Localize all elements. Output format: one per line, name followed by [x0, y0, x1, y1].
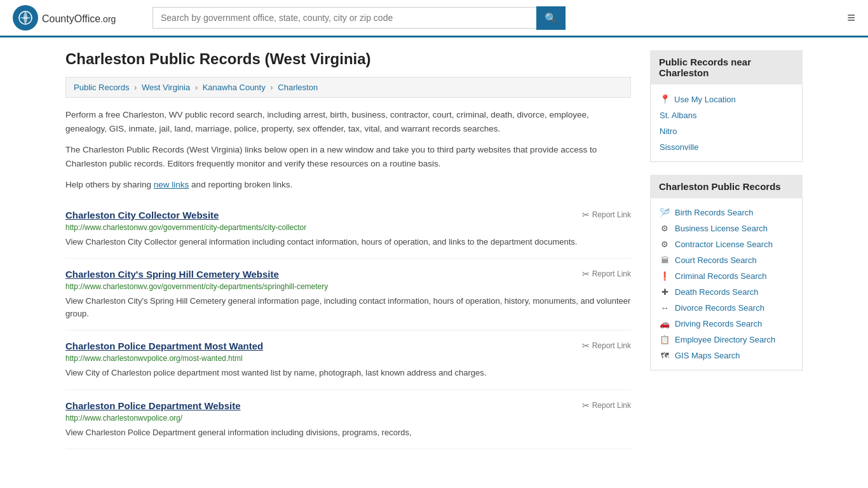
new-links-link[interactable]: new links: [154, 180, 189, 189]
content-area: Charleston Public Records (West Virginia…: [65, 50, 631, 449]
logo-area: CountyOffice.org: [13, 5, 140, 30]
report-link[interactable]: ✂ Report Link: [582, 341, 631, 351]
logo-name: CountyOffice: [42, 13, 100, 24]
contractor-icon: ⚙: [660, 240, 670, 249]
record-header: Charleston City's Spring Hill Cemetery W…: [65, 269, 631, 280]
report-icon: ✂: [582, 341, 590, 351]
driving-icon: 🚗: [660, 319, 670, 329]
report-icon: ✂: [582, 400, 590, 410]
record-title[interactable]: Charleston Police Department Website: [65, 400, 241, 411]
criminal-icon: ❗: [660, 271, 670, 281]
criminal-records-link[interactable]: ❗ Criminal Records Search: [660, 268, 793, 284]
death-icon: ✚: [660, 287, 670, 297]
record-desc: View City of Charleston police departmen…: [65, 367, 631, 379]
court-icon: 🏛: [660, 255, 670, 265]
record-desc: View Charleston City Collector general i…: [65, 236, 631, 248]
records-list: Charleston City Collector Website ✂ Repo…: [65, 200, 631, 450]
nearby-section: Public Records near Charleston 📍 Use My …: [650, 50, 803, 162]
record-url[interactable]: http://www.charlestonwv.gov/government/c…: [65, 282, 631, 291]
nearby-city-2[interactable]: Sissonville: [660, 139, 793, 155]
business-icon: ⚙: [660, 224, 670, 233]
nearby-city-0[interactable]: St. Albans: [660, 107, 793, 123]
divorce-icon: ↔: [660, 303, 670, 313]
death-records-link[interactable]: ✚ Death Records Search: [660, 284, 793, 300]
charleston-records-header: Charleston Public Records: [650, 175, 803, 198]
breadcrumb-kanawha-county[interactable]: Kanawha County: [203, 83, 266, 92]
employee-icon: 📋: [660, 335, 670, 344]
breadcrumb-charleston[interactable]: Charleston: [278, 83, 318, 92]
record-item: Charleston City's Spring Hill Cemetery W…: [65, 259, 631, 330]
charleston-records-body: 🪡 Birth Records Search ⚙ Business Licens…: [650, 198, 803, 370]
record-header: Charleston Police Department Website ✂ R…: [65, 400, 631, 411]
employee-directory-link[interactable]: 📋 Employee Directory Search: [660, 332, 793, 348]
charleston-records-section: Charleston Public Records 🪡 Birth Record…: [650, 175, 803, 370]
report-icon: ✂: [582, 210, 590, 220]
record-url[interactable]: http://www.charlestonwvpolice.org/: [65, 414, 631, 423]
court-records-link[interactable]: 🏛 Court Records Search: [660, 252, 793, 268]
nearby-body: 📍 Use My Location St. Albans Nitro Sisso…: [650, 85, 803, 162]
main-container: Charleston Public Records (West Virginia…: [53, 37, 815, 462]
record-header: Charleston Police Department Most Wanted…: [65, 341, 631, 351]
record-header: Charleston City Collector Website ✂ Repo…: [65, 210, 631, 220]
driving-records-link[interactable]: 🚗 Driving Records Search: [660, 316, 793, 332]
birth-icon: 🪡: [660, 208, 670, 217]
report-icon: ✂: [582, 269, 590, 279]
report-link[interactable]: ✂ Report Link: [582, 400, 631, 410]
page-title: Charleston Public Records (West Virginia…: [65, 50, 631, 68]
gis-icon: 🗺: [660, 351, 670, 360]
record-item: Charleston Police Department Most Wanted…: [65, 330, 631, 390]
description-3: Help others by sharing new links and rep…: [65, 178, 631, 192]
logo-text: CountyOffice.org: [42, 11, 116, 25]
record-title[interactable]: Charleston City Collector Website: [65, 210, 219, 220]
record-url[interactable]: http://www.charlestonwv.gov/government/c…: [65, 223, 631, 232]
location-pin-icon: 📍: [660, 94, 670, 104]
gis-maps-link[interactable]: 🗺 GIS Maps Search: [660, 348, 793, 363]
logo-icon: [13, 5, 38, 30]
nearby-city-1[interactable]: Nitro: [660, 123, 793, 139]
description-2: The Charleston Public Records (West Virg…: [65, 143, 631, 170]
description-1: Perform a free Charleston, WV public rec…: [65, 108, 631, 135]
breadcrumb: Public Records › West Virginia › Kanawha…: [65, 77, 631, 98]
report-link[interactable]: ✂ Report Link: [582, 269, 631, 279]
menu-button[interactable]: ≡: [847, 10, 855, 26]
record-desc: View Charleston City's Spring Hill Cemet…: [65, 295, 631, 320]
contractor-license-link[interactable]: ⚙ Contractor License Search: [660, 236, 793, 252]
search-button[interactable]: 🔍: [536, 6, 566, 30]
header-right: ≡: [841, 10, 855, 26]
birth-records-link[interactable]: 🪡 Birth Records Search: [660, 205, 793, 220]
record-item: Charleston City Collector Website ✂ Repo…: [65, 200, 631, 259]
record-item: Charleston Police Department Website ✂ R…: [65, 390, 631, 450]
sidebar: Public Records near Charleston 📍 Use My …: [650, 50, 803, 449]
divorce-records-link[interactable]: ↔ Divorce Records Search: [660, 300, 793, 316]
site-header: CountyOffice.org 🔍 ≡: [0, 0, 868, 37]
search-area: 🔍: [153, 6, 566, 30]
record-desc: View Charleston Police Department genera…: [65, 426, 631, 439]
record-title[interactable]: Charleston City's Spring Hill Cemetery W…: [65, 269, 279, 280]
search-input[interactable]: [153, 7, 536, 29]
use-my-location[interactable]: 📍 Use My Location: [660, 91, 793, 107]
breadcrumb-public-records[interactable]: Public Records: [74, 83, 129, 92]
breadcrumb-west-virginia[interactable]: West Virginia: [142, 83, 190, 92]
report-link[interactable]: ✂ Report Link: [582, 210, 631, 220]
record-title[interactable]: Charleston Police Department Most Wanted: [65, 341, 263, 351]
logo-suffix: .org: [100, 14, 116, 24]
nearby-header: Public Records near Charleston: [650, 50, 803, 85]
business-license-link[interactable]: ⚙ Business License Search: [660, 220, 793, 236]
record-url[interactable]: http://www.charlestonwvpolice.org/most-w…: [65, 354, 631, 363]
